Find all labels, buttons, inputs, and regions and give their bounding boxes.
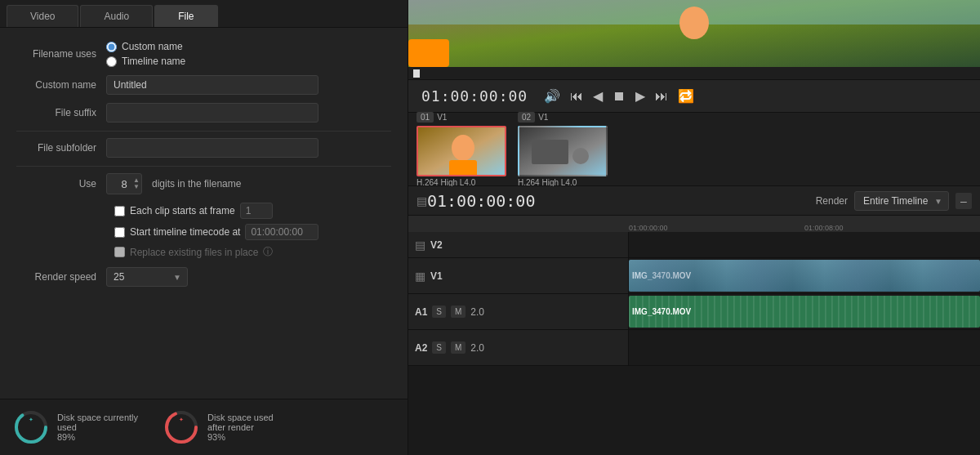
track-a1-name: A1 — [415, 306, 427, 318]
spinner-wrap: 8 ▲ ▼ digits in the filename — [106, 173, 241, 194]
track-a1-level: 2.0 — [470, 306, 484, 318]
form-area: Filename uses Custom name Timeline name … — [0, 28, 408, 399]
clip-2-thumbnail[interactable] — [518, 126, 608, 176]
svg-point-15 — [572, 148, 589, 164]
disk-current-info: Disk space currently used 89% — [57, 413, 139, 442]
track-a2-mute-btn[interactable]: M — [451, 341, 466, 354]
track-label-v2: ▤ V2 — [408, 232, 629, 257]
custom-name-option[interactable]: Custom name — [106, 41, 185, 52]
custom-name-field-label: Custom name — [16, 79, 106, 91]
clip-2-meta: 02 V1 — [518, 112, 548, 123]
preview-image — [408, 0, 980, 67]
track-a2-solo-btn[interactable]: S — [432, 341, 446, 354]
track-content-v2[interactable] — [629, 232, 980, 257]
track-a1-mute-btn[interactable]: M — [451, 306, 466, 318]
render-speed-select[interactable]: 25 50 75 100 — [106, 267, 188, 287]
render-speed-row: Render speed 25 50 75 100 ▼ — [16, 267, 391, 287]
digits-row: Use 8 ▲ ▼ digits in the filename — [16, 173, 391, 194]
clip-item-1[interactable]: 01 V1 H.264 High L4.0 — [416, 112, 506, 187]
clip-1-index: 01 — [416, 112, 434, 123]
start-timecode-input[interactable] — [245, 224, 318, 240]
track-clip-a1[interactable]: IMG_3470.MOV — [629, 296, 980, 328]
file-suffix-input[interactable] — [106, 103, 318, 123]
render-label: Render — [816, 195, 848, 207]
minimize-button[interactable]: – — [956, 193, 972, 209]
play-back-icon[interactable]: ◀ — [593, 88, 603, 104]
svg-rect-9 — [408, 39, 449, 67]
clip-1-thumbnail[interactable] — [416, 126, 506, 176]
custom-name-label: Custom name — [122, 41, 183, 52]
timeline-name-label: Timeline name — [122, 56, 185, 67]
volume-icon[interactable]: 🔊 — [544, 88, 560, 104]
svg-rect-12 — [449, 160, 477, 176]
render-select-wrap: Entire Timeline In/Out Range Custom ▼ — [854, 191, 949, 211]
skip-to-end-icon[interactable]: ⏭ — [655, 89, 668, 104]
tab-audio[interactable]: Audio — [80, 5, 153, 27]
track-v2-name: V2 — [430, 239, 443, 251]
digits-spinner[interactable]: 8 ▲ ▼ — [106, 173, 142, 194]
filename-uses-row: Filename uses Custom name Timeline name — [16, 41, 391, 67]
right-panel: 01:00:00:00 🔊 ⏮ ◀ ⏹ ▶ ⏭ 🔁 01 V1 — [408, 0, 980, 455]
disk-after-label: Disk space used after render — [207, 413, 289, 432]
scrubber-handle[interactable] — [413, 69, 420, 78]
disk-current-pct: 89% — [57, 432, 139, 442]
timeline-right-controls: Render Entire Timeline In/Out Range Cust… — [816, 191, 972, 211]
tab-file[interactable]: File — [154, 5, 217, 27]
replace-files-label: Replace existing files in place — [130, 247, 258, 258]
render-select[interactable]: Entire Timeline In/Out Range Custom — [854, 191, 949, 211]
each-clip-checkbox[interactable] — [114, 206, 125, 216]
file-suffix-label: File suffix — [16, 107, 106, 118]
track-v1-icon: ▦ — [415, 270, 425, 283]
clip-1-track: V1 — [437, 113, 447, 122]
track-content-v1[interactable]: IMG_3470.MOV — [629, 258, 980, 293]
disk-after-item: ✦ Disk space used after render 93% — [163, 409, 289, 445]
replace-files-row: Replace existing files in place ⓘ — [16, 245, 391, 259]
file-subfolder-row: File subfolder — [16, 138, 391, 158]
info-icon: ⓘ — [263, 245, 273, 259]
frame-number-input[interactable] — [240, 203, 273, 219]
ruler-tick-1: 01:00:00:00 — [629, 224, 668, 232]
timeline-name-radio[interactable] — [106, 56, 117, 67]
custom-name-input[interactable] — [106, 75, 318, 95]
custom-name-radio[interactable] — [106, 42, 117, 52]
skip-to-start-icon[interactable]: ⏮ — [570, 89, 583, 104]
custom-name-row: Custom name — [16, 75, 391, 95]
clip-item-2[interactable]: 02 V1 H.264 High L4.0 — [518, 112, 608, 187]
play-icon[interactable]: ▶ — [635, 88, 645, 104]
timeline-header: ▤ 01:00:00:00 Render Entire Timeline In/… — [408, 186, 980, 216]
stop-icon[interactable]: ⏹ — [612, 89, 626, 104]
disk-current-item: ✦ Disk space currently used 89% — [13, 409, 139, 445]
disk-after-pct: 93% — [207, 432, 289, 442]
svg-rect-14 — [532, 140, 568, 164]
track-a1-solo-btn[interactable]: S — [432, 306, 446, 318]
file-subfolder-input[interactable] — [106, 138, 318, 158]
replace-files-checkbox[interactable] — [114, 247, 125, 257]
scrubber-bar[interactable] — [408, 67, 980, 80]
transport-bar: 01:00:00:00 🔊 ⏮ ◀ ⏹ ▶ ⏭ 🔁 — [408, 80, 980, 113]
tab-bar: Video Audio File — [0, 0, 408, 28]
timeline-name-option[interactable]: Timeline name — [106, 56, 185, 67]
use-label: Use — [16, 178, 106, 190]
clip-2-track: V1 — [538, 113, 548, 122]
track-content-a2[interactable] — [629, 330, 980, 365]
track-row-a1: A1 S M 2.0 IMG_3470.MOV — [408, 294, 980, 330]
svg-point-11 — [452, 135, 474, 161]
clips-row: 01 V1 H.264 High L4.0 — [408, 113, 980, 186]
track-content-a1[interactable]: IMG_3470.MOV — [629, 294, 980, 329]
track-label-a2: A2 S M 2.0 — [408, 330, 629, 365]
timeline-tracks: ▤ V2 ▦ V1 IMG_3470.MOV — [408, 232, 980, 455]
start-timecode-checkbox[interactable] — [114, 227, 125, 238]
start-timecode-label: Start timeline timecode at — [130, 226, 240, 238]
track-a2-level: 2.0 — [470, 342, 484, 354]
loop-icon[interactable]: 🔁 — [678, 88, 694, 104]
track-label-a1: A1 S M 2.0 — [408, 294, 629, 329]
track-clip-v1[interactable]: IMG_3470.MOV — [629, 260, 980, 292]
ruler-tick-2: 01:00:08:00 — [804, 224, 844, 232]
render-speed-label: Render speed — [16, 271, 106, 283]
preview-area — [408, 0, 980, 67]
digits-value: 8 — [121, 178, 127, 190]
timeline-ruler: 01:00:00:00 01:00:08:00 — [408, 216, 980, 232]
timeline-timecode: 01:00:00:00 — [427, 191, 535, 211]
disk-current-circle: ✦ — [13, 409, 49, 445]
tab-video[interactable]: Video — [7, 5, 78, 27]
